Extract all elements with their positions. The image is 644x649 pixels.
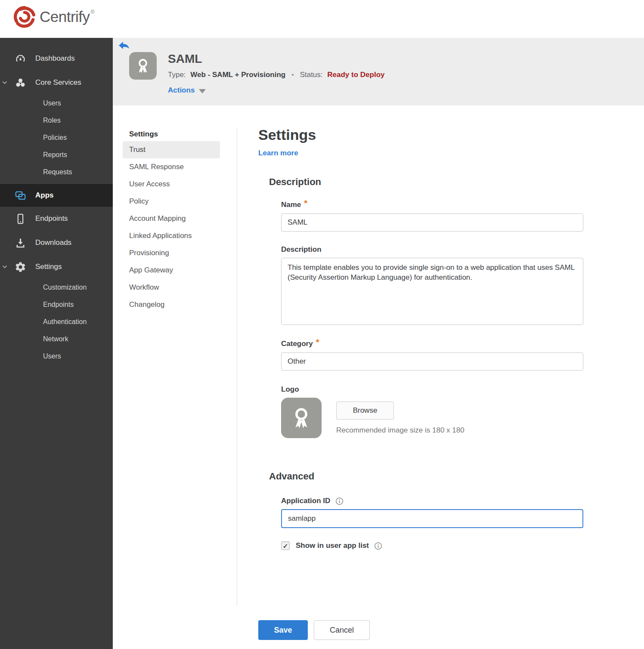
description-textarea[interactable]: This template enables you to provide sin… bbox=[281, 258, 583, 325]
category-label: Category bbox=[281, 340, 313, 348]
sidebar-item-customization[interactable]: Customization bbox=[0, 279, 113, 296]
info-icon[interactable] bbox=[374, 542, 382, 550]
sidebar-subitem-label: Policies bbox=[43, 134, 67, 142]
name-input[interactable] bbox=[281, 213, 583, 232]
brand-name: Centrify bbox=[40, 8, 90, 25]
sidebar-item-reports[interactable]: Reports bbox=[0, 146, 113, 164]
name-label-row: Name * bbox=[281, 200, 583, 210]
vertical-divider bbox=[237, 127, 237, 606]
page-title: Settings bbox=[258, 127, 594, 143]
subnav-item-user-access[interactable]: User Access bbox=[123, 176, 220, 193]
application-id-input[interactable] bbox=[281, 509, 583, 528]
required-asterisk: * bbox=[304, 198, 307, 208]
sidebar-item-policies[interactable]: Policies bbox=[0, 129, 113, 146]
back-arrow-icon[interactable] bbox=[119, 42, 129, 50]
required-asterisk: * bbox=[316, 337, 319, 347]
sidebar: Dashboards Core Services Users Roles Pol bbox=[0, 38, 113, 649]
meta-separator: • bbox=[291, 71, 294, 79]
download-icon bbox=[15, 237, 26, 249]
sidebar-subitem-label: Users bbox=[43, 99, 61, 107]
sidebar-item-authentication[interactable]: Authentication bbox=[0, 313, 113, 331]
sidebar-subitem-label: Customization bbox=[43, 284, 87, 291]
description-label: Description bbox=[281, 245, 322, 254]
apps-icon bbox=[15, 190, 26, 201]
sidebar-spacer bbox=[0, 181, 113, 184]
sidebar-item-roles[interactable]: Roles bbox=[0, 112, 113, 129]
sidebar-item-label: Dashboards bbox=[35, 54, 75, 63]
sidebar-item-dashboards[interactable]: Dashboards bbox=[0, 46, 113, 71]
app-window: Centrify ® Dashboards bbox=[0, 0, 644, 649]
logo-label: Logo bbox=[281, 385, 299, 394]
show-in-user-app-list-label: Show in user app list bbox=[296, 541, 369, 550]
app-meta-line: Type: Web - SAML + Provisioning • Status… bbox=[168, 71, 384, 79]
actions-menu-button[interactable]: Actions bbox=[168, 86, 206, 95]
brand-trademark: ® bbox=[91, 9, 95, 15]
sidebar-item-settings-users[interactable]: Users bbox=[0, 348, 113, 365]
sidebar-item-label: Apps bbox=[35, 191, 54, 200]
subnav-item-linked-applications[interactable]: Linked Applications bbox=[123, 227, 220, 244]
chevron-down-icon bbox=[2, 80, 8, 86]
app-title: SAML bbox=[168, 52, 202, 66]
sidebar-subitem-label: Authentication bbox=[43, 318, 87, 326]
app-settings-subnav: Settings Trust SAML Response User Access… bbox=[123, 127, 220, 313]
sidebar-subitem-label: Network bbox=[43, 335, 68, 343]
advanced-fields: Application ID ✓ Show in user app list bbox=[281, 497, 583, 550]
subnav-item-app-gateway[interactable]: App Gateway bbox=[123, 262, 220, 279]
info-icon[interactable] bbox=[335, 497, 344, 505]
status-label: Status: bbox=[300, 71, 323, 79]
checkmark-icon: ✓ bbox=[283, 543, 288, 549]
name-label: Name bbox=[281, 201, 301, 209]
sidebar-subitem-label: Endpoints bbox=[43, 301, 74, 309]
browse-button[interactable]: Browse bbox=[336, 402, 394, 420]
app-logo-ribbon-icon bbox=[129, 52, 157, 80]
subnav-item-changelog[interactable]: Changelog bbox=[123, 296, 220, 313]
mobile-device-icon bbox=[15, 213, 26, 225]
sidebar-item-settings[interactable]: Settings bbox=[0, 255, 113, 279]
gear-icon bbox=[15, 261, 26, 273]
centrify-swirl-icon bbox=[13, 5, 36, 28]
sidebar-item-label: Endpoints bbox=[35, 214, 68, 223]
sidebar-item-users[interactable]: Users bbox=[0, 95, 113, 112]
description-fields: Name * Description This template enables… bbox=[281, 200, 583, 438]
chevron-down-icon bbox=[2, 264, 8, 270]
sidebar-item-apps[interactable]: Apps bbox=[0, 184, 113, 207]
subnav-item-saml-response[interactable]: SAML Response bbox=[123, 158, 220, 176]
show-in-user-app-list-checkbox[interactable]: ✓ bbox=[281, 541, 290, 550]
logo-preview-ribbon-icon bbox=[281, 398, 322, 438]
application-id-label-row: Application ID bbox=[281, 497, 583, 505]
description-section-heading: Description bbox=[269, 176, 594, 188]
sidebar-subitem-label: Requests bbox=[43, 168, 72, 176]
sidebar-item-core-services[interactable]: Core Services bbox=[0, 71, 113, 95]
logo-row: Browse Recommended image size is 180 x 1… bbox=[281, 398, 583, 438]
sidebar-item-requests[interactable]: Requests bbox=[0, 164, 113, 181]
sidebar-item-label: Downloads bbox=[35, 238, 71, 247]
caret-down-icon bbox=[199, 89, 206, 93]
sidebar-subitem-label: Reports bbox=[43, 151, 67, 159]
logo-label-row: Logo bbox=[281, 385, 583, 394]
subnav-item-provisioning[interactable]: Provisioning bbox=[123, 244, 220, 262]
sidebar-subitem-label: Roles bbox=[43, 117, 61, 124]
form-footer: Save Cancel bbox=[258, 620, 370, 640]
subnav-item-account-mapping[interactable]: Account Mapping bbox=[123, 210, 220, 227]
category-input[interactable] bbox=[281, 352, 583, 371]
save-button[interactable]: Save bbox=[258, 620, 308, 640]
application-id-label: Application ID bbox=[281, 497, 330, 505]
sidebar-item-endpoints[interactable]: Endpoints bbox=[0, 207, 113, 231]
brand-logo[interactable]: Centrify ® bbox=[13, 5, 94, 28]
subnav-item-workflow[interactable]: Workflow bbox=[123, 279, 220, 296]
sidebar-item-downloads[interactable]: Downloads bbox=[0, 231, 113, 255]
subnav-heading: Settings bbox=[123, 127, 220, 141]
learn-more-link[interactable]: Learn more bbox=[258, 149, 298, 158]
subnav-item-policy[interactable]: Policy bbox=[123, 193, 220, 210]
sidebar-item-network[interactable]: Network bbox=[0, 331, 113, 348]
settings-panel: Settings Learn more Description Name * D… bbox=[258, 121, 594, 550]
status-value: Ready to Deploy bbox=[327, 71, 384, 79]
description-label-row: Description bbox=[281, 245, 583, 254]
subnav-item-trust[interactable]: Trust bbox=[123, 141, 220, 158]
sidebar-item-settings-endpoints[interactable]: Endpoints bbox=[0, 296, 113, 313]
logo-size-hint: Recommended image size is 180 x 180 bbox=[336, 426, 464, 435]
logo-controls: Browse Recommended image size is 180 x 1… bbox=[336, 398, 464, 438]
type-value: Web - SAML + Provisioning bbox=[190, 71, 285, 79]
category-label-row: Category * bbox=[281, 339, 583, 349]
cancel-button[interactable]: Cancel bbox=[314, 620, 370, 640]
